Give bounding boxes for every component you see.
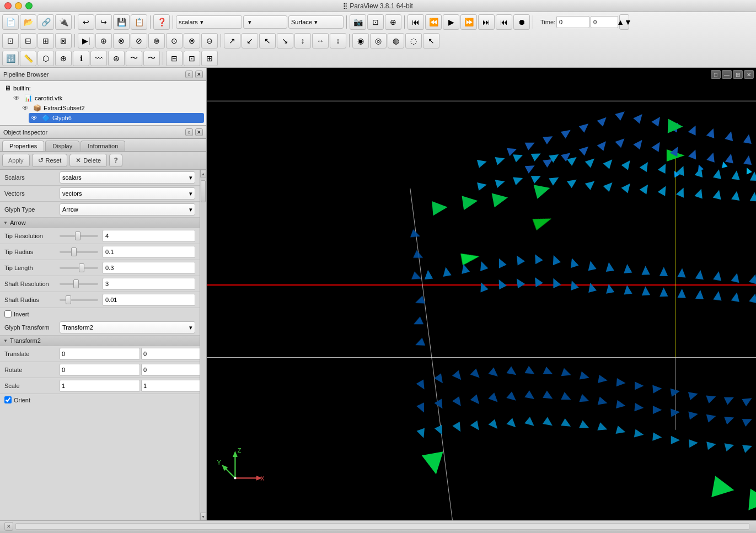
glyph-transform-select[interactable]: Transform2 ▾ — [60, 321, 195, 333]
inspector-close-btn[interactable]: ✕ — [195, 128, 203, 136]
transform2-section-header[interactable]: ▼ Transform2 — [0, 336, 200, 346]
prev-frame-btn[interactable]: ⏪ — [425, 14, 442, 30]
view-layout-4[interactable]: ⊠ — [55, 33, 72, 49]
scalar-selector[interactable]: scalars ▾ — [176, 15, 242, 29]
tab-display[interactable]: Display — [45, 141, 79, 151]
new-btn[interactable]: 📄 — [2, 14, 19, 30]
render-btn-3[interactable]: ◍ — [388, 33, 404, 49]
render-btn-1[interactable]: ◉ — [352, 33, 369, 49]
tip-length-thumb[interactable] — [79, 263, 84, 272]
shaft-radius-input[interactable] — [103, 294, 195, 306]
delete-button[interactable]: ✕ Delete — [69, 154, 107, 167]
translate-y[interactable] — [141, 348, 200, 360]
calc-btn[interactable]: 🔢 — [2, 51, 19, 66]
pipeline-restore-btn[interactable]: ○ — [185, 71, 193, 78]
tip-radius-track[interactable] — [60, 251, 98, 253]
rotate-y[interactable] — [141, 364, 200, 376]
tip-length-track[interactable] — [60, 267, 98, 269]
shaft-resolution-input[interactable] — [103, 278, 195, 290]
load-state-btn[interactable]: 📋 — [131, 14, 147, 30]
close-btn[interactable] — [4, 2, 12, 9]
pipeline-item-carotid[interactable]: 👁 📊 carotid.vtk — [11, 93, 204, 103]
shaft-resolution-track[interactable] — [60, 283, 98, 285]
camera-orientation-1[interactable]: ⊟ — [166, 51, 183, 66]
scroll-down-arrow[interactable]: ▼ — [200, 513, 206, 520]
eye-icon-carotid[interactable]: 👁 — [13, 94, 22, 102]
filter-btn-8[interactable]: ⊝ — [201, 33, 218, 49]
viewport-close-btn[interactable]: ✕ — [744, 70, 754, 79]
color-range-selector[interactable]: ▾ — [243, 15, 287, 29]
filter-btn-3[interactable]: ⊗ — [113, 33, 130, 49]
camera-orientation-2[interactable]: ⊡ — [184, 51, 200, 66]
invert-checkbox[interactable] — [4, 310, 12, 317]
connect-btn[interactable]: 🔗 — [37, 14, 54, 30]
last-frame-btn[interactable]: ⏮ — [496, 14, 512, 30]
shaft-resolution-thumb[interactable] — [73, 279, 79, 288]
shaft-radius-thumb[interactable] — [66, 295, 71, 304]
view-orient-5[interactable]: ↕ — [294, 33, 311, 49]
cube-btn[interactable]: ⬡ — [37, 51, 54, 66]
view-layout-2[interactable]: ⊟ — [20, 33, 36, 49]
save-state-btn[interactable]: 💾 — [113, 14, 130, 30]
scroll-thumb-area[interactable] — [200, 177, 206, 513]
pick-btn[interactable]: ⊕ — [385, 14, 401, 30]
view-layout-3[interactable]: ⊞ — [37, 33, 54, 49]
help-btn-toolbar[interactable]: ❓ — [153, 14, 170, 30]
view-orient-2[interactable]: ↙ — [242, 33, 258, 49]
view-layout-1[interactable]: ⊡ — [2, 33, 19, 49]
warp-btn[interactable]: 〜 — [143, 51, 160, 66]
orient-checkbox[interactable] — [4, 396, 12, 403]
shaft-radius-track[interactable] — [60, 299, 98, 301]
filter-btn-4[interactable]: ⊘ — [131, 33, 147, 49]
translate-x[interactable] — [60, 348, 140, 360]
glyph-type-select[interactable]: Arrow ▾ — [60, 203, 195, 216]
arrow-section-header[interactable]: ▼ Arrow — [0, 218, 200, 228]
pipeline-item-extract[interactable]: 👁 📦 ExtractSubset2 — [20, 103, 204, 113]
viewport-split-v-btn[interactable]: □ — [711, 70, 721, 79]
glyph-btn[interactable]: ⊛ — [108, 51, 125, 66]
first-frame-btn[interactable]: ⏮ — [408, 14, 424, 30]
render-btn-2[interactable]: ◎ — [370, 33, 387, 49]
vectors-select[interactable]: vectors ▾ — [60, 187, 195, 200]
play-loop-btn[interactable]: ⏩ — [460, 14, 477, 30]
tip-resolution-thumb[interactable] — [75, 231, 81, 240]
reset-button[interactable]: ↺ Reset — [32, 154, 68, 167]
representation-selector[interactable]: Surface ▾ — [288, 15, 344, 29]
reset-camera-btn[interactable]: ⊡ — [367, 14, 384, 30]
status-scrollbar[interactable] — [15, 523, 749, 530]
play-btn[interactable]: ▶ — [443, 14, 459, 30]
time-value-input[interactable] — [591, 16, 618, 28]
scale-y[interactable] — [141, 380, 200, 392]
filter-btn-7[interactable]: ⊜ — [184, 33, 200, 49]
viewport-split-h-btn[interactable]: — — [722, 70, 732, 79]
minimize-btn[interactable] — [15, 2, 22, 9]
open-btn[interactable]: 📂 — [20, 14, 36, 30]
pipeline-item-glyph6[interactable]: 👁 🔷 Glyph6 — [29, 113, 204, 123]
undo-btn[interactable]: ↩ — [78, 14, 94, 30]
render-btn-4[interactable]: ◌ — [405, 33, 422, 49]
view-orient-1[interactable]: ↗ — [224, 33, 240, 49]
cursor-mode-btn[interactable]: ↖ — [423, 33, 439, 49]
pipeline-close-btn[interactable]: ✕ — [195, 71, 203, 78]
view-orient-6[interactable]: ↔ — [312, 33, 329, 49]
next-frame-btn[interactable]: ⏭ — [478, 14, 495, 30]
tip-radius-thumb[interactable] — [71, 247, 77, 256]
record-btn[interactable]: ⏺ — [513, 14, 530, 30]
tab-properties[interactable]: Properties — [2, 141, 44, 151]
tab-information[interactable]: Information — [81, 141, 125, 151]
help-button[interactable]: ? — [109, 154, 122, 167]
scalars-select[interactable]: scalars ▾ — [60, 171, 195, 184]
filter-btn-1[interactable]: ▶| — [78, 33, 94, 49]
camera-btn[interactable]: 📷 — [350, 14, 366, 30]
scroll-up-arrow[interactable]: ▲ — [200, 170, 206, 177]
tip-radius-input[interactable] — [103, 246, 195, 258]
view-orient-7[interactable]: ↕ — [330, 33, 346, 49]
stream-btn[interactable]: 〜 — [126, 51, 142, 66]
tip-length-input[interactable] — [103, 262, 195, 274]
view-orient-4[interactable]: ↘ — [277, 33, 293, 49]
redo-btn[interactable]: ↪ — [95, 14, 112, 30]
apply-button[interactable]: Apply — [2, 154, 30, 167]
scroll-thumb[interactable] — [201, 180, 206, 202]
time-input[interactable] — [556, 16, 589, 28]
axes-btn[interactable]: ⊕ — [55, 51, 72, 66]
